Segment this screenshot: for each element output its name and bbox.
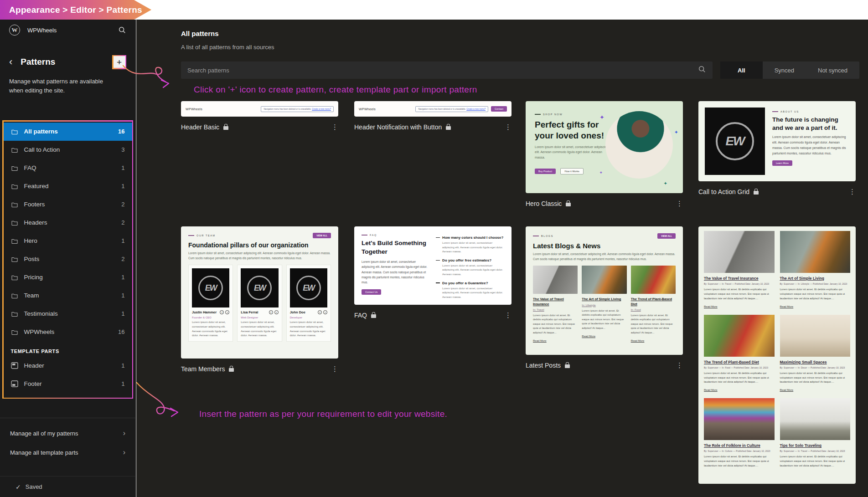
pattern-preview[interactable]: WPWheels Navigation menu has been delete… [354, 101, 512, 117]
post-title: The Value of Travel Insurance [704, 276, 775, 281]
tab-all[interactable]: All [720, 61, 763, 79]
sidebar-item-headers[interactable]: Headers 2 [4, 214, 132, 232]
pattern-card-team-members[interactable]: OUR TEAM VIEW ALL Foundational pillars o… [181, 226, 338, 373]
site-name[interactable]: WPWheels [27, 27, 57, 34]
kebab-menu-icon[interactable]: ⋮ [331, 365, 338, 373]
preview-buy-button: Buy Product [535, 169, 556, 174]
pattern-preview[interactable]: SHOP NOW Perfect gifts for your loved on… [526, 101, 683, 193]
pattern-preview[interactable]: The Value of Travel Insurance By: Superu… [698, 226, 856, 484]
post-meta: By: Superuser — In: Lifestyle — Publishe… [780, 282, 851, 285]
tab-not-synced[interactable]: Not synced [806, 61, 859, 79]
lock-icon [754, 191, 759, 195]
facebook-icon: f [269, 310, 273, 314]
category-label: Hero [24, 237, 116, 244]
pattern-label-row: Team Members ⋮ [181, 365, 338, 373]
pattern-card-header-notification[interactable]: WPWheels Navigation menu has been delete… [354, 101, 512, 131]
post-title: The Art of Simple Living [780, 276, 851, 281]
preview-head-row: BLOGS VIEW ALL [533, 233, 676, 239]
pattern-card-faq[interactable]: FAQ Let's Build Something Together Lorem… [354, 226, 512, 319]
category-label: Pricing [24, 274, 116, 281]
categories-list: All patterns 16 Call to Action 3 FAQ 1 F… [4, 122, 132, 398]
template-part-count: 1 [121, 362, 124, 369]
search-input[interactable] [187, 67, 698, 74]
faq-answer: Lorem ipsum dolor sit amet, consectetuer… [442, 264, 504, 277]
kebab-menu-icon[interactable]: ⋮ [331, 123, 338, 131]
manage-links-section: Manage all of my patterns › Manage all t… [0, 418, 135, 462]
sidebar-item-pricing[interactable]: Pricing 1 [4, 268, 132, 287]
pattern-card-latest-posts[interactable]: BLOGS VIEW ALL Latest Blogs & News Lorem… [526, 226, 683, 369]
lock-icon [229, 368, 234, 372]
post-image [631, 266, 676, 294]
pattern-preview[interactable]: WPWheels Navigation menu has been delete… [181, 101, 338, 117]
member-bio: Lorem ipsum dolor sit amet, consectetuer… [241, 320, 278, 338]
sparkle-icon: ✦ [664, 181, 667, 186]
read-more-link: Read More [704, 305, 718, 308]
kebab-menu-icon[interactable]: ⋮ [505, 311, 512, 319]
folder-icon [11, 219, 18, 226]
pattern-preview[interactable]: OUR TEAM VIEW ALL Foundational pillars o… [181, 226, 338, 359]
manage-template-parts-label: Manage all template parts [10, 449, 123, 456]
member-role: Developer [290, 316, 327, 319]
manage-template-parts-link[interactable]: Manage all template parts › [0, 443, 135, 462]
post-category: In: Food [631, 308, 676, 311]
sparkle-icon: ✦ [674, 129, 678, 135]
sidebar-item-faq[interactable]: FAQ 1 [4, 159, 132, 177]
facebook-icon: f [220, 310, 224, 314]
preview-body: Lorem ipsum dolor sit amet, consectetuer… [535, 144, 613, 161]
pattern-title: Latest Posts [526, 362, 561, 369]
sidebar-item-hero[interactable]: Hero 1 [4, 232, 132, 250]
category-count: 2 [121, 219, 124, 226]
pattern-card-blog-grid[interactable]: The Value of Travel Insurance By: Superu… [698, 226, 856, 484]
sidebar-item-template-header[interactable]: Header 1 [4, 357, 132, 375]
preview-heading: Perfect gifts for your loved ones! [535, 119, 613, 141]
kebab-menu-icon[interactable]: ⋮ [676, 361, 683, 369]
template-part-label: Header [24, 362, 116, 369]
post-title: The Value of Travel Insurance [533, 297, 578, 306]
preview-content: ABOUT US The future is changing and we a… [772, 108, 849, 175]
team-members-row: EW Justin Hammer ft Founder & CEO Lorem … [188, 265, 331, 341]
read-more-link: Read More [533, 339, 547, 342]
pattern-preview[interactable]: BLOGS VIEW ALL Latest Blogs & News Lorem… [526, 226, 683, 355]
kebab-menu-icon[interactable]: ⋮ [849, 188, 856, 196]
sidebar-item-footers[interactable]: Footers 2 [4, 195, 132, 214]
twitter-icon: t [274, 310, 279, 314]
preview-head-row: OUR TEAM VIEW ALL [188, 233, 331, 238]
back-chevron-icon[interactable]: ‹ [9, 57, 12, 67]
pattern-title: Hero Classic [526, 200, 562, 207]
pattern-preview[interactable]: EW ABOUT US The future is changing and w… [698, 101, 856, 181]
kebab-menu-icon[interactable]: ⋮ [676, 200, 683, 208]
footer-template-icon [11, 380, 18, 387]
sidebar-item-call-to-action[interactable]: Call to Action 3 [4, 141, 132, 159]
kebab-menu-icon[interactable]: ⋮ [505, 123, 512, 131]
sidebar-item-featured[interactable]: Featured 1 [4, 177, 132, 195]
pattern-card-header-basic[interactable]: WPWheels Navigation menu has been delete… [181, 101, 338, 131]
blog-post: The Trend of Plant-Based Diet By: Superu… [704, 315, 775, 393]
post-excerpt: Lorem ipsum dolor sit amet. Et debitis e… [780, 455, 851, 468]
post-image [582, 266, 626, 294]
post-image [704, 315, 775, 357]
pattern-label-row: Latest Posts ⋮ [526, 361, 683, 369]
sidebar-item-posts[interactable]: Posts 2 [4, 250, 132, 268]
pattern-preview[interactable]: FAQ Let's Build Something Together Lorem… [354, 226, 512, 305]
sidebar-item-wpwheels[interactable]: WPWheels 16 [4, 323, 132, 341]
search-icon[interactable] [118, 26, 126, 34]
pattern-card-hero-classic[interactable]: SHOP NOW Perfect gifts for your loved on… [526, 101, 683, 208]
sidebar-item-team[interactable]: Team 1 [4, 287, 132, 305]
sidebar-item-template-footer[interactable]: Footer 1 [4, 375, 132, 393]
sidebar-item-all-patterns[interactable]: All patterns 16 [4, 123, 132, 141]
folder-icon [11, 310, 18, 318]
post-meta: By: Superuser — In: Food — Published Dat… [704, 366, 775, 369]
manage-patterns-link[interactable]: Manage all of my patterns › [0, 424, 135, 443]
blog-post: Tips for Solo Traveling By: Superuser — … [780, 398, 851, 468]
pattern-card-cta-grid[interactable]: EW ABOUT US The future is changing and w… [698, 101, 856, 196]
social-icons: ft [318, 310, 327, 314]
search-icon[interactable] [698, 65, 706, 75]
preview-body: Lorem ipsum dolor sit amet, consectetuer… [533, 252, 676, 261]
social-icons: ft [220, 310, 229, 314]
post-excerpt: Lorem ipsum dolor sit amet. Et debitis e… [704, 371, 775, 385]
tab-synced[interactable]: Synced [763, 61, 806, 79]
wordpress-logo-icon[interactable]: W [9, 25, 20, 36]
folder-icon [11, 164, 18, 172]
preview-notice: Navigation menu has been deleted or is u… [261, 106, 334, 112]
sidebar-item-testimonials[interactable]: Testimonials 1 [4, 305, 132, 323]
